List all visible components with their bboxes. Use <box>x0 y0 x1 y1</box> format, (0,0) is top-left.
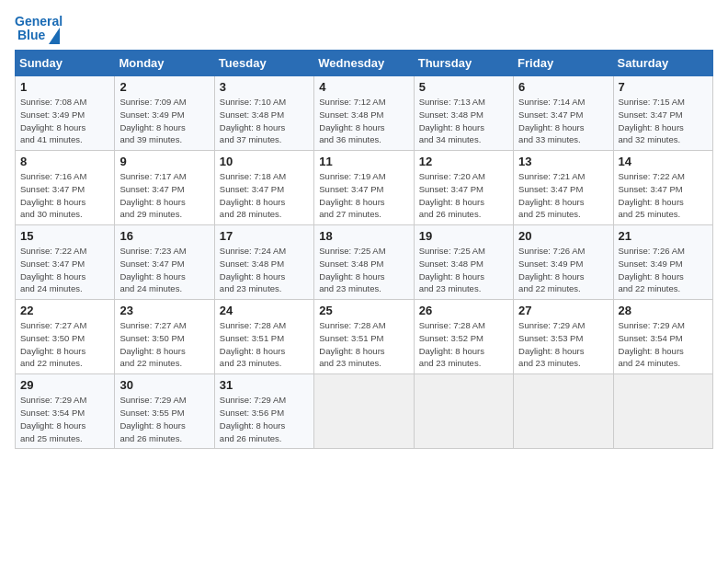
day-number: 28 <box>619 304 708 317</box>
calendar-cell: 10Sunrise: 7:18 AMSunset: 3:47 PMDayligh… <box>214 151 313 225</box>
day-info: Sunrise: 7:29 AMSunset: 3:55 PMDaylight:… <box>119 394 209 444</box>
logo: General Blue <box>15 15 63 42</box>
calendar-cell: 28Sunrise: 7:29 AMSunset: 3:54 PMDayligh… <box>613 300 712 374</box>
day-info: Sunrise: 7:10 AMSunset: 3:48 PMDaylight:… <box>220 96 309 146</box>
day-number: 21 <box>619 229 708 243</box>
day-info: Sunrise: 7:26 AMSunset: 3:49 PMDaylight:… <box>518 245 608 295</box>
calendar-cell: 18Sunrise: 7:25 AMSunset: 3:48 PMDayligh… <box>314 225 414 300</box>
page-header: General Blue <box>15 15 713 42</box>
day-info: Sunrise: 7:12 AMSunset: 3:48 PMDaylight:… <box>319 96 408 146</box>
calendar-week-2: 8Sunrise: 7:16 AMSunset: 3:47 PMDaylight… <box>16 151 713 225</box>
calendar-cell: 4Sunrise: 7:12 AMSunset: 3:48 PMDaylight… <box>314 76 414 151</box>
calendar-cell: 15Sunrise: 7:22 AMSunset: 3:47 PMDayligh… <box>16 225 115 300</box>
calendar-cell: 3Sunrise: 7:10 AMSunset: 3:48 PMDaylight… <box>214 76 313 151</box>
day-info: Sunrise: 7:24 AMSunset: 3:48 PMDaylight:… <box>220 245 309 295</box>
calendar-cell <box>514 374 613 449</box>
day-number: 20 <box>518 229 608 243</box>
calendar-cell: 17Sunrise: 7:24 AMSunset: 3:48 PMDayligh… <box>214 225 313 300</box>
day-info: Sunrise: 7:29 AMSunset: 3:54 PMDaylight:… <box>20 394 109 444</box>
calendar-cell: 25Sunrise: 7:28 AMSunset: 3:51 PMDayligh… <box>314 300 414 374</box>
calendar-cell: 23Sunrise: 7:27 AMSunset: 3:50 PMDayligh… <box>115 300 214 374</box>
day-number: 5 <box>419 80 508 94</box>
day-info: Sunrise: 7:25 AMSunset: 3:48 PMDaylight:… <box>319 245 408 295</box>
day-number: 30 <box>119 378 209 392</box>
day-number: 27 <box>518 304 608 317</box>
day-info: Sunrise: 7:18 AMSunset: 3:47 PMDaylight:… <box>220 170 309 221</box>
day-info: Sunrise: 7:09 AMSunset: 3:49 PMDaylight:… <box>119 96 209 146</box>
day-info: Sunrise: 7:28 AMSunset: 3:51 PMDaylight:… <box>220 319 309 370</box>
day-header-sunday: Sunday <box>16 51 115 76</box>
calendar-header-row: SundayMondayTuesdayWednesdayThursdayFrid… <box>16 51 713 76</box>
day-number: 23 <box>119 304 209 317</box>
day-info: Sunrise: 7:27 AMSunset: 3:50 PMDaylight:… <box>119 319 209 370</box>
day-number: 10 <box>220 155 309 168</box>
day-header-monday: Monday <box>115 51 214 76</box>
day-info: Sunrise: 7:22 AMSunset: 3:47 PMDaylight:… <box>20 245 109 295</box>
day-number: 15 <box>20 229 109 243</box>
day-info: Sunrise: 7:29 AMSunset: 3:56 PMDaylight:… <box>220 394 309 444</box>
day-info: Sunrise: 7:29 AMSunset: 3:54 PMDaylight:… <box>619 319 708 370</box>
calendar-cell: 14Sunrise: 7:22 AMSunset: 3:47 PMDayligh… <box>613 151 712 225</box>
day-number: 31 <box>220 378 309 392</box>
day-number: 13 <box>518 155 608 168</box>
day-number: 3 <box>220 80 309 94</box>
calendar-week-4: 22Sunrise: 7:27 AMSunset: 3:50 PMDayligh… <box>16 300 713 374</box>
day-info: Sunrise: 7:27 AMSunset: 3:50 PMDaylight:… <box>20 319 109 370</box>
calendar-cell: 8Sunrise: 7:16 AMSunset: 3:47 PMDaylight… <box>16 151 115 225</box>
day-number: 29 <box>20 378 109 392</box>
day-number: 4 <box>319 80 408 94</box>
day-number: 24 <box>220 304 309 317</box>
day-info: Sunrise: 7:28 AMSunset: 3:51 PMDaylight:… <box>319 319 408 370</box>
calendar-cell: 24Sunrise: 7:28 AMSunset: 3:51 PMDayligh… <box>214 300 313 374</box>
day-info: Sunrise: 7:15 AMSunset: 3:47 PMDaylight:… <box>619 96 708 146</box>
calendar-cell: 6Sunrise: 7:14 AMSunset: 3:47 PMDaylight… <box>514 76 613 151</box>
day-info: Sunrise: 7:25 AMSunset: 3:48 PMDaylight:… <box>419 245 508 295</box>
calendar-week-1: 1Sunrise: 7:08 AMSunset: 3:49 PMDaylight… <box>16 76 713 151</box>
day-number: 2 <box>119 80 209 94</box>
day-number: 16 <box>119 229 209 243</box>
day-number: 18 <box>319 229 408 243</box>
calendar-cell: 12Sunrise: 7:20 AMSunset: 3:47 PMDayligh… <box>414 151 513 225</box>
day-header-thursday: Thursday <box>414 51 513 76</box>
calendar-cell: 30Sunrise: 7:29 AMSunset: 3:55 PMDayligh… <box>115 374 214 449</box>
day-info: Sunrise: 7:29 AMSunset: 3:53 PMDaylight:… <box>518 319 608 370</box>
calendar-cell <box>314 374 414 449</box>
calendar-cell: 31Sunrise: 7:29 AMSunset: 3:56 PMDayligh… <box>214 374 313 449</box>
day-info: Sunrise: 7:08 AMSunset: 3:49 PMDaylight:… <box>20 96 109 146</box>
day-info: Sunrise: 7:16 AMSunset: 3:47 PMDaylight:… <box>20 170 109 221</box>
calendar-cell: 22Sunrise: 7:27 AMSunset: 3:50 PMDayligh… <box>16 300 115 374</box>
calendar-cell <box>613 374 712 449</box>
day-number: 6 <box>518 80 608 94</box>
calendar-cell: 13Sunrise: 7:21 AMSunset: 3:47 PMDayligh… <box>514 151 613 225</box>
calendar-week-5: 29Sunrise: 7:29 AMSunset: 3:54 PMDayligh… <box>16 374 713 449</box>
day-info: Sunrise: 7:21 AMSunset: 3:47 PMDaylight:… <box>518 170 608 221</box>
calendar-cell: 7Sunrise: 7:15 AMSunset: 3:47 PMDaylight… <box>613 76 712 151</box>
calendar-cell <box>414 374 513 449</box>
calendar-cell: 19Sunrise: 7:25 AMSunset: 3:48 PMDayligh… <box>414 225 513 300</box>
day-number: 7 <box>619 80 708 94</box>
day-number: 1 <box>20 80 109 94</box>
calendar-cell: 27Sunrise: 7:29 AMSunset: 3:53 PMDayligh… <box>514 300 613 374</box>
calendar-cell: 1Sunrise: 7:08 AMSunset: 3:49 PMDaylight… <box>16 76 115 151</box>
day-number: 8 <box>20 155 109 168</box>
day-number: 26 <box>419 304 508 317</box>
day-header-friday: Friday <box>514 51 613 76</box>
day-number: 14 <box>619 155 708 168</box>
calendar-cell: 29Sunrise: 7:29 AMSunset: 3:54 PMDayligh… <box>16 374 115 449</box>
calendar-cell: 5Sunrise: 7:13 AMSunset: 3:48 PMDaylight… <box>414 76 513 151</box>
calendar-cell: 26Sunrise: 7:28 AMSunset: 3:52 PMDayligh… <box>414 300 513 374</box>
day-header-wednesday: Wednesday <box>314 51 414 76</box>
calendar-cell: 16Sunrise: 7:23 AMSunset: 3:47 PMDayligh… <box>115 225 214 300</box>
day-number: 25 <box>319 304 408 317</box>
calendar-cell: 11Sunrise: 7:19 AMSunset: 3:47 PMDayligh… <box>314 151 414 225</box>
day-info: Sunrise: 7:17 AMSunset: 3:47 PMDaylight:… <box>119 170 209 221</box>
day-info: Sunrise: 7:28 AMSunset: 3:52 PMDaylight:… <box>419 319 508 370</box>
calendar-cell: 9Sunrise: 7:17 AMSunset: 3:47 PMDaylight… <box>115 151 214 225</box>
day-info: Sunrise: 7:19 AMSunset: 3:47 PMDaylight:… <box>319 170 408 221</box>
day-header-saturday: Saturday <box>613 51 712 76</box>
day-number: 22 <box>20 304 109 317</box>
calendar-table: SundayMondayTuesdayWednesdayThursdayFrid… <box>15 50 713 449</box>
day-info: Sunrise: 7:14 AMSunset: 3:47 PMDaylight:… <box>518 96 608 146</box>
day-number: 17 <box>220 229 309 243</box>
day-info: Sunrise: 7:13 AMSunset: 3:48 PMDaylight:… <box>419 96 508 146</box>
